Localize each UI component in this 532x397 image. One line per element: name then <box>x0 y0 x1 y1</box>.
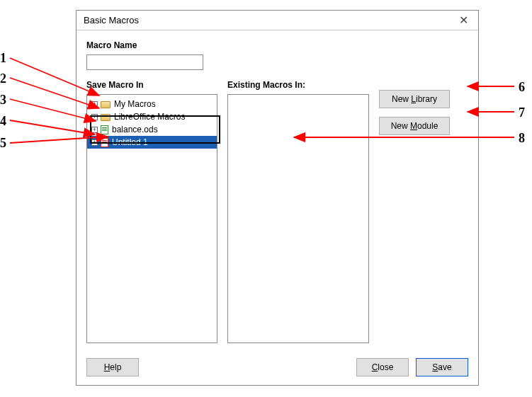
titlebar: Basic Macros ✕ <box>77 11 478 30</box>
tree-item-label: Untitled 1 <box>112 137 148 147</box>
tree-item-my-macros[interactable]: + My Macros <box>87 98 217 110</box>
close-icon[interactable]: ✕ <box>456 13 471 27</box>
tree-item-label: balance.ods <box>112 125 158 134</box>
tree-item-untitled-1[interactable]: + Untitled 1 <box>87 136 217 149</box>
callout-2: 2 <box>0 71 6 86</box>
expander-icon[interactable]: + <box>91 101 98 108</box>
existing-macros-label: Existing Macros In: <box>227 80 369 90</box>
help-button[interactable]: Help <box>86 358 139 376</box>
document-icon <box>101 125 108 134</box>
new-library-button[interactable]: New Library <box>379 90 450 108</box>
close-button[interactable]: Close <box>356 358 409 376</box>
folder-icon <box>101 101 111 108</box>
save-macro-in-label: Save Macro In <box>86 80 217 90</box>
existing-macros-list[interactable] <box>227 94 369 343</box>
expander-icon[interactable]: + <box>91 139 98 146</box>
dialog-title: Basic Macros <box>84 15 456 25</box>
document-icon <box>101 138 108 147</box>
expander-icon[interactable]: + <box>91 114 98 120</box>
save-button[interactable]: Save <box>416 358 468 376</box>
tree-item-label: My Macros <box>114 99 156 109</box>
callout-5: 5 <box>0 136 6 151</box>
callout-7: 7 <box>519 105 525 120</box>
callout-8: 8 <box>519 131 525 146</box>
tree-item-balance-ods[interactable]: + balance.ods <box>87 123 217 136</box>
library-tree[interactable]: + My Macros + LibreOffice Macros + <box>86 94 217 343</box>
callout-4: 4 <box>0 114 6 129</box>
folder-icon <box>101 114 111 121</box>
callout-1: 1 <box>0 51 6 66</box>
tree-item-libreoffice-macros[interactable]: + LibreOffice Macros <box>87 110 217 123</box>
callout-6: 6 <box>519 80 525 95</box>
expander-icon[interactable]: + <box>91 127 98 133</box>
basic-macros-dialog: Basic Macros ✕ Macro Name Save Macro In … <box>76 10 479 386</box>
tree-item-label: LibreOffice Macros <box>114 112 185 122</box>
macro-name-input[interactable] <box>86 54 203 70</box>
macro-name-label: Macro Name <box>86 40 468 50</box>
new-module-button[interactable]: New Module <box>379 117 450 135</box>
callout-3: 3 <box>0 93 6 108</box>
